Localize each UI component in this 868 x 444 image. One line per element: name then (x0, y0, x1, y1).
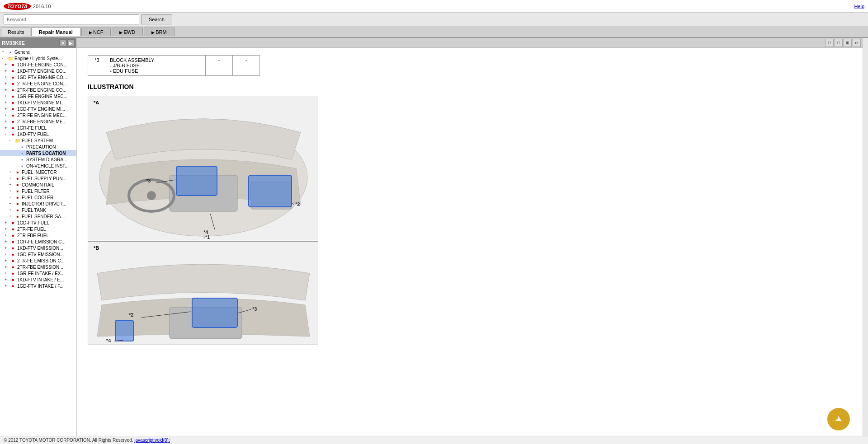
right-scrollbar[interactable] (863, 38, 868, 444)
tree-toggle: - (9, 138, 14, 143)
sidebar: RM33K0E ✕ ▶ + ▪ General - 📁 Engine / Hyb… (0, 38, 77, 444)
tree-item-1kdftv-intake[interactable]: + ■ 1KD-FTV INTAKE / E... (0, 276, 76, 283)
tree-item-1kdftv-emission[interactable]: + ■ 1KD-FTV EMISSION... (0, 245, 76, 251)
fab-button[interactable]: ➤ (827, 408, 850, 430)
search-input[interactable] (4, 14, 139, 24)
tree-item-1grfe-fuel[interactable]: + ■ 1GR-FE FUEL (0, 125, 76, 131)
tab-bar: Results Repair Manual ▶NCF ▶EWD ▶BRM (0, 26, 868, 38)
tree-item-fuel-system[interactable]: - 📁 FUEL SYSTEM (0, 137, 76, 144)
tree-item-1gdftv-control[interactable]: + ■ 1GD-FTV ENGINE CO... (0, 74, 76, 80)
tree-item-1grfe-control[interactable]: + ■ 1GR-FE ENGINE CON... (0, 61, 76, 68)
tree-item-injector-driver[interactable]: + ■ INJECTOR DRIVER... (0, 201, 76, 207)
tree-toggle: + (9, 214, 14, 219)
tree-item-1gdftv-fuel[interactable]: + ■ 1GD-FTV FUEL (0, 220, 76, 226)
tree-label: FUEL TANK (22, 208, 46, 213)
red-icon: ■ (10, 264, 16, 270)
red-icon: ■ (10, 87, 16, 93)
tree-view: + ▪ General - 📁 Engine / Hybrid Syste...… (0, 48, 76, 290)
tree-label: 2TR-FE ENGINE CON... (17, 81, 66, 86)
tree-toggle: + (5, 107, 10, 111)
search-button[interactable]: Search (141, 14, 172, 24)
tree-item-fuel-cooler[interactable]: + ■ FUEL COOLER (0, 194, 76, 201)
tree-label: PRECAUTION (26, 145, 56, 150)
tree-item-1gdftv-emission[interactable]: + ■ 1GD-FTV EMISSION... (0, 251, 76, 257)
tree-item-2trfbe-control[interactable]: + ■ 2TR-FBE ENGINE CO... (0, 87, 76, 93)
doc-icon: ▪ (19, 157, 25, 162)
tree-item-fuel-tank[interactable]: + ■ FUEL TANK (0, 207, 76, 213)
tree-item-1grfe-emission[interactable]: + ■ 1GR-FE EMISSION C... (0, 238, 76, 245)
red-icon: ■ (10, 271, 16, 276)
red-icon: ■ (10, 245, 16, 251)
tree-toggle: + (5, 271, 10, 276)
toolbar-back-button[interactable]: ↩ (853, 39, 861, 47)
tree-item-2trfbe-me[interactable]: + ■ 2TR-FBE ENGINE ME... (0, 118, 76, 125)
tree-label: 1KD-FTV FUEL (17, 132, 49, 137)
tree-item-fuel-filter[interactable]: + ■ FUEL FILTER (0, 188, 76, 194)
tab-ewd[interactable]: ▶EWD (112, 28, 143, 36)
folder-icon: 📁 (7, 56, 14, 61)
tree-item-engine-hybrid[interactable]: - 📁 Engine / Hybrid Syste... (0, 55, 76, 61)
document-content: *3 BLOCK ASSEMBLY- J/B-B FUSE- EDU FUSE … (77, 48, 863, 354)
tree-toggle: + (5, 284, 10, 288)
footer-link[interactable]: javascript:void(0); (134, 438, 170, 443)
illustration-a-svg: *3 *2 *4 -*1 (88, 96, 318, 240)
sidebar-close-button[interactable]: ✕ (59, 39, 66, 47)
tree-item-fuel-sender[interactable]: + ■ FUEL SENDER GA... (0, 213, 76, 220)
tree-item-2trfe-emission[interactable]: + ■ 2TR-FE EMISSION C... (0, 257, 76, 264)
main-area: RM33K0E ✕ ▶ + ▪ General - 📁 Engine / Hyb… (0, 38, 868, 444)
red-icon: ■ (14, 188, 21, 194)
toolbar-btn-1[interactable]: □ (826, 39, 834, 47)
toolbar-print-button[interactable]: ⊞ (844, 39, 852, 47)
tree-label: ON-VEHICLE INSF... (26, 164, 69, 168)
tree-toggle: + (5, 220, 10, 225)
tab-results[interactable]: Results (2, 28, 30, 36)
tree-item-1grfe-intake[interactable]: + ■ 1GR-FE INTAKE / EX... (0, 270, 76, 276)
tree-item-2trfbe-fuel[interactable]: + ■ 2TR-FBE FUEL (0, 232, 76, 238)
tree-item-on-vehicle[interactable]: ▪ ON-VEHICLE INSF... (0, 163, 76, 169)
red-icon: ■ (10, 125, 16, 131)
tree-item-2trfbe-emission[interactable]: + ■ 2TR-FBE EMISSION... (0, 264, 76, 270)
tree-item-1kdftv-fuel[interactable]: - ■ 1KD-FTV FUEL (0, 131, 76, 137)
red-icon: ■ (10, 258, 16, 263)
tree-item-precaution[interactable]: ▪ PRECAUTION (0, 144, 76, 150)
content-toolbar: □ □ ⊞ ↩ (77, 38, 863, 48)
doc-icon: ▪ (19, 150, 25, 156)
tree-label: 2TR-FBE EMISSION... (17, 265, 63, 270)
tab-ncf[interactable]: ▶NCF (81, 28, 111, 36)
tab-repair-manual[interactable]: Repair Manual (31, 28, 80, 36)
tree-label: COMMON RAIL (22, 182, 54, 187)
tab-brm[interactable]: ▶BRM (144, 28, 174, 36)
tree-item-general[interactable]: + ▪ General (0, 49, 76, 55)
tree-item-1gdftv-intake[interactable]: + ■ 1GD-FTV INTAKE / F... (0, 283, 76, 289)
tree-item-common-rail[interactable]: + ■ COMMON RAIL (0, 182, 76, 188)
tree-item-2trfe-control[interactable]: + ■ 2TR-FE ENGINE CON... (0, 80, 76, 87)
tab-brm-triangle: ▶ (151, 30, 155, 35)
tree-label: 1GD-FTV ENGINE CO... (17, 75, 67, 80)
sidebar-expand-button[interactable]: ▶ (67, 39, 75, 47)
tree-item-fuel-injector[interactable]: + ■ FUEL INJECTOR (0, 169, 76, 175)
tree-item-2trfe-mec[interactable]: + ■ 2TR-FE ENGINE MEC... (0, 112, 76, 118)
tree-label: FUEL SUPPLY PUN... (22, 176, 66, 181)
illustration-a-label: *A (94, 100, 99, 105)
tree-item-1kdftv-mi[interactable]: + ■ 1KD-FTV ENGINE MI... (0, 99, 76, 106)
tree-item-fuel-supply[interactable]: + ■ FUEL SUPPLY PUN... (0, 175, 76, 182)
tree-label: 1GR-FE FUEL (17, 126, 47, 131)
tree-item-system-diagram[interactable]: ▪ SYSTEM DIAGRA... (0, 156, 76, 163)
help-button[interactable]: Help (854, 4, 864, 9)
tree-item-parts-location[interactable]: ▪ PARTS LOCATION (0, 150, 76, 156)
tree-label: General (14, 50, 31, 55)
tree-item-2trfe-fuel[interactable]: + ■ 2TR-FE FUEL (0, 226, 76, 232)
tree-toggle: + (9, 201, 14, 206)
tree-item-1grfe-mec[interactable]: + ■ 1GR-FE ENGINE MEC... (0, 93, 76, 99)
tree-item-1gdftv-mi[interactable]: + ■ 1GD-FTV ENGINE MI... (0, 106, 76, 112)
tree-toggle: - (5, 132, 10, 136)
red-icon: ■ (14, 182, 21, 187)
fab-arrow-icon: ➤ (833, 412, 845, 425)
toyota-logo: TOYOTA 2016.10 (4, 3, 51, 10)
tree-toggle: + (5, 277, 10, 282)
table-cell-num: *3 (88, 56, 106, 76)
tree-item-1kdftv-control[interactable]: + ■ 1KD-FTV ENGINE CO... (0, 68, 76, 74)
doc-icon: ▪ (19, 144, 25, 150)
toolbar-btn-2[interactable]: □ (835, 39, 843, 47)
tab-ncf-triangle: ▶ (89, 30, 92, 35)
